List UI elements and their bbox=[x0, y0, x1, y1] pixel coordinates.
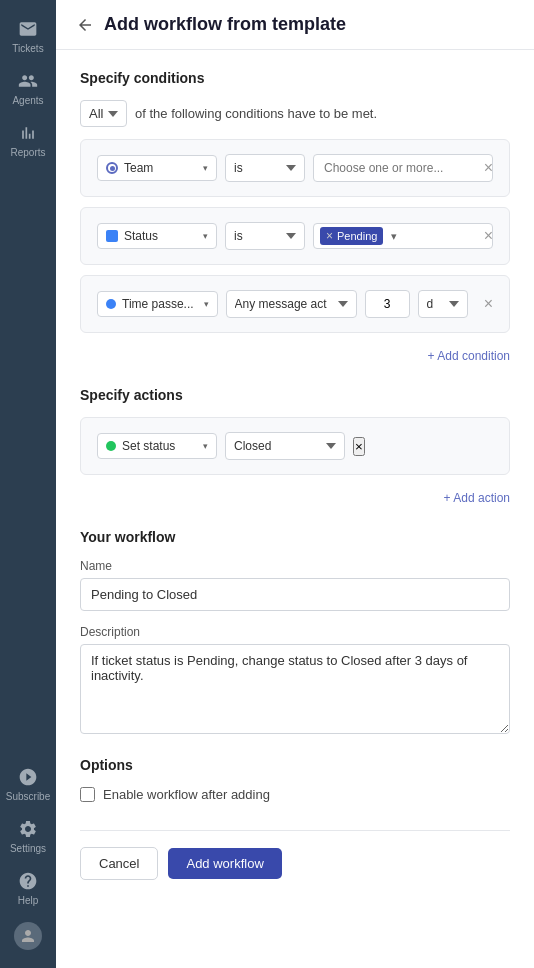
add-workflow-button[interactable]: Add workflow bbox=[168, 848, 281, 879]
actions-section: Specify actions Set status ▾ Closed × + … bbox=[80, 387, 510, 505]
subscribe-label: Subscribe bbox=[6, 791, 50, 802]
time-field-label: Time passe... bbox=[122, 297, 194, 311]
time-operator-select[interactable]: Any message act bbox=[226, 290, 357, 318]
help-label: Help bbox=[18, 895, 39, 906]
back-button[interactable] bbox=[76, 16, 94, 34]
description-form-group: Description If ticket status is Pending,… bbox=[80, 625, 510, 737]
setstatus-remove-button[interactable]: × bbox=[353, 437, 365, 456]
sidebar-bottom: Subscribe Settings Help bbox=[0, 758, 56, 958]
condition-row-status: Status ▾ is × Pending ▾ × bbox=[80, 207, 510, 265]
status-field-label: Status bbox=[124, 229, 193, 243]
condition-row-team: Team ▾ is × bbox=[80, 139, 510, 197]
time-chevron-icon: ▾ bbox=[204, 299, 209, 309]
actions-section-title: Specify actions bbox=[80, 387, 510, 403]
team-field-label: Team bbox=[124, 161, 193, 175]
pending-tag-label: Pending bbox=[337, 230, 377, 242]
avatar bbox=[14, 922, 42, 950]
sidebar-reports-label: Reports bbox=[10, 147, 45, 158]
enable-workflow-label: Enable workflow after adding bbox=[103, 787, 270, 802]
time-unit-select[interactable]: d bbox=[418, 290, 468, 318]
status-value-container[interactable]: × Pending ▾ bbox=[313, 223, 493, 249]
team-radio-icon bbox=[106, 162, 118, 174]
footer-buttons: Cancel Add workflow bbox=[80, 830, 510, 880]
condition-intro: All of the following conditions have to … bbox=[80, 100, 510, 127]
workflow-section-title: Your workflow bbox=[80, 529, 510, 545]
options-section-title: Options bbox=[80, 757, 510, 773]
team-operator-select[interactable]: is bbox=[225, 154, 305, 182]
sidebar: Tickets Agents Reports Subscribe Setting… bbox=[0, 0, 56, 968]
status-value-chevron: ▾ bbox=[391, 230, 397, 243]
time-field-selector[interactable]: Time passe... ▾ bbox=[97, 291, 218, 317]
sidebar-item-help[interactable]: Help bbox=[0, 862, 56, 914]
time-remove-button[interactable]: × bbox=[480, 294, 497, 314]
options-section: Options Enable workflow after adding bbox=[80, 757, 510, 802]
setstatus-value-select[interactable]: Closed bbox=[225, 432, 345, 460]
pending-tag: × Pending bbox=[320, 227, 383, 245]
condition-row-time: Time passe... ▾ Any message act d × bbox=[80, 275, 510, 333]
help-icon bbox=[17, 870, 39, 892]
status-chevron-icon: ▾ bbox=[203, 231, 208, 241]
reports-icon bbox=[17, 122, 39, 144]
team-remove-button[interactable]: × bbox=[480, 158, 497, 178]
setstatus-dot-icon bbox=[106, 441, 116, 451]
workflow-section: Your workflow Name Description If ticket… bbox=[80, 529, 510, 737]
sidebar-item-avatar[interactable] bbox=[0, 914, 56, 958]
page-title: Add workflow from template bbox=[104, 14, 346, 35]
add-condition-button[interactable]: + Add condition bbox=[428, 349, 510, 363]
agents-icon bbox=[17, 70, 39, 92]
status-field-selector[interactable]: Status ▾ bbox=[97, 223, 217, 249]
description-label: Description bbox=[80, 625, 510, 639]
action-row-setstatus: Set status ▾ Closed × bbox=[80, 417, 510, 475]
setstatus-field-label: Set status bbox=[122, 439, 193, 453]
sidebar-item-tickets[interactable]: Tickets bbox=[0, 10, 56, 62]
sidebar-agents-label: Agents bbox=[12, 95, 43, 106]
sidebar-item-agents[interactable]: Agents bbox=[0, 62, 56, 114]
setstatus-field-selector[interactable]: Set status ▾ bbox=[97, 433, 217, 459]
page-header: Add workflow from template bbox=[56, 0, 534, 50]
description-textarea[interactable]: If ticket status is Pending, change stat… bbox=[80, 644, 510, 734]
team-chevron-icon: ▾ bbox=[203, 163, 208, 173]
sidebar-item-subscribe[interactable]: Subscribe bbox=[0, 758, 56, 810]
condition-intro-text: of the following conditions have to be m… bbox=[135, 106, 377, 121]
subscribe-icon bbox=[17, 766, 39, 788]
sidebar-item-settings[interactable]: Settings bbox=[0, 810, 56, 862]
main-content: Add workflow from template Specify condi… bbox=[56, 0, 534, 968]
ticket-icon bbox=[17, 18, 39, 40]
name-label: Name bbox=[80, 559, 510, 573]
settings-label: Settings bbox=[10, 843, 46, 854]
enable-workflow-row: Enable workflow after adding bbox=[80, 787, 510, 802]
status-remove-button[interactable]: × bbox=[480, 226, 497, 246]
page-content: Specify conditions All of the following … bbox=[56, 50, 534, 920]
add-action-button[interactable]: + Add action bbox=[444, 491, 510, 505]
status-square-icon bbox=[106, 230, 118, 242]
all-any-select[interactable]: All bbox=[80, 100, 127, 127]
pending-tag-close[interactable]: × bbox=[326, 229, 333, 243]
sidebar-tickets-label: Tickets bbox=[12, 43, 43, 54]
sidebar-item-reports[interactable]: Reports bbox=[0, 114, 56, 166]
time-number-input[interactable] bbox=[365, 290, 410, 318]
setstatus-chevron-icon: ▾ bbox=[203, 441, 208, 451]
time-dot-icon bbox=[106, 299, 116, 309]
enable-workflow-checkbox[interactable] bbox=[80, 787, 95, 802]
settings-icon bbox=[17, 818, 39, 840]
conditions-section-title: Specify conditions bbox=[80, 70, 510, 86]
cancel-button[interactable]: Cancel bbox=[80, 847, 158, 880]
name-form-group: Name bbox=[80, 559, 510, 611]
status-operator-select[interactable]: is bbox=[225, 222, 305, 250]
conditions-section: Specify conditions All of the following … bbox=[80, 70, 510, 363]
name-input[interactable] bbox=[80, 578, 510, 611]
team-field-selector[interactable]: Team ▾ bbox=[97, 155, 217, 181]
team-value-input[interactable] bbox=[313, 154, 493, 182]
